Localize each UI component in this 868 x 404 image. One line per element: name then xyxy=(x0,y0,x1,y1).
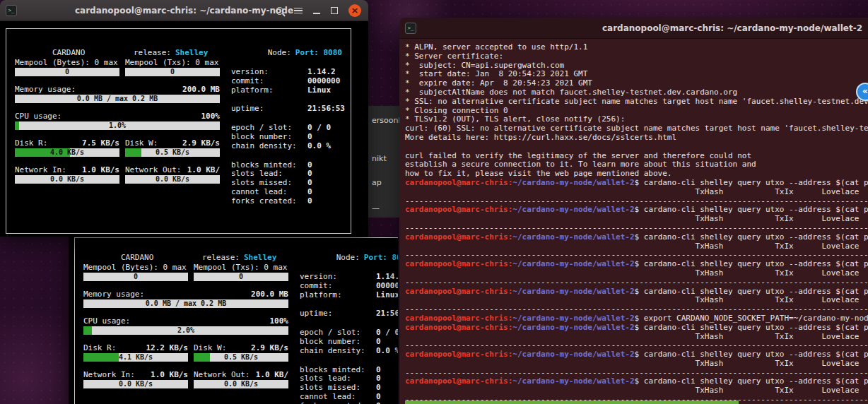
network-out-max: 1.0 KB/ xyxy=(187,166,220,175)
node-label: Node: xyxy=(268,48,291,57)
memory-max: 200.0 MB xyxy=(251,290,288,299)
mempool-txs-meter: Mempool (Txs): 0 max 0 xyxy=(194,263,288,281)
network-in-label: Network In: xyxy=(15,166,66,175)
dashboard-header-right: Node:Port: 8080 xyxy=(299,244,398,255)
cpu-meter: CPU usage: 100% 2.0% xyxy=(83,317,288,335)
bar-value: 4.0 KB/s xyxy=(15,148,119,157)
disk-read-label: Disk R: xyxy=(15,139,47,148)
bar-value: 0 xyxy=(83,273,188,281)
stat-row: chain density:0.0 % xyxy=(231,142,345,151)
titlebar[interactable]: >_ cardanopool@marc-chris: ~/cardano-my-… xyxy=(0,0,368,21)
terminal-window-node-1[interactable]: >_ cardanopool@marc-chris: ~/cardano-my-… xyxy=(0,0,368,237)
disk-read-max: 7.5 KB/s xyxy=(82,139,119,148)
stat-row: commit:0000000 xyxy=(231,77,345,86)
stat-row: commit:0000000 xyxy=(300,282,398,291)
bar-value: 0.0 KB/s xyxy=(15,175,119,184)
cpu-bar: 2.0% xyxy=(83,326,288,335)
disk-read-bar: 4.0 KB/s xyxy=(15,148,119,157)
fragment-text: nikt xyxy=(372,154,387,163)
dashboard-header: CARDANOrelease:Shelley Node:Port: 8080 xyxy=(83,244,398,255)
menu-icon[interactable] xyxy=(294,8,303,14)
node-stats-column: version:1.14.2commit:0000000platform:Lin… xyxy=(231,68,345,216)
terminal-window-node-2[interactable]: CARDANOrelease:Shelley Node:Port: 8080 M… xyxy=(69,237,398,404)
memory-label: Memory usage: xyxy=(15,85,76,95)
mempool-bytes-label: Mempool (Bytes): 0 max xyxy=(15,59,118,68)
dashboard-header-left: CARDANOrelease:Shelley xyxy=(15,39,208,50)
disk-write-label: Disk W: xyxy=(125,139,158,148)
cpu-meter: CPU usage: 100% 1.0% xyxy=(15,112,220,130)
window-title: cardanopool@marc-chris: ~/cardano-my-nod… xyxy=(602,18,862,39)
background-window-fragment[interactable]: ersoonlij nikt ap — xyxy=(368,106,399,218)
terminal-line: More details here: https://curl.haxx.se/… xyxy=(405,133,868,143)
chevrons-icon: « xyxy=(862,86,868,96)
terminal-app-icon: >_ xyxy=(6,5,17,16)
disk-read-meter: Disk R: 7.5 KB/s 4.0 KB/s xyxy=(15,139,119,157)
disk-read-max: 12.2 KB/s xyxy=(146,344,188,353)
stat-row: block number:0 xyxy=(231,133,345,142)
network-out-meter: Network Out: 1.0 KB/ 0.0 KB/s xyxy=(194,371,288,388)
stat-row: version:1.14.2 xyxy=(231,68,345,77)
app-name: CARDANO xyxy=(121,253,202,262)
disk-read-meter: Disk R: 12.2 KB/s 4.1 KB/s xyxy=(83,344,188,362)
network-out-max: 1.0 KB/ xyxy=(256,371,288,380)
stat-row: platform:Linux xyxy=(231,86,345,95)
network-in-meter: Network In: 1.0 KB/s 0.0 KB/s xyxy=(83,371,188,388)
window-title: cardanopool@marc-chris: ~/cardano-my-nod… xyxy=(75,0,293,21)
bar-value: 0 xyxy=(125,68,220,76)
search-icon[interactable] xyxy=(276,7,283,15)
bar-value: 0.0 KB/s xyxy=(83,380,188,388)
network-out-label: Network Out: xyxy=(125,166,181,175)
disk-write-max: 2.9 KB/s xyxy=(251,344,288,353)
network-in-bar: 0.0 KB/s xyxy=(15,175,119,184)
cardano-liveview-2: CARDANOrelease:Shelley Node:Port: 8080 M… xyxy=(74,237,398,404)
terminal-content[interactable]: * ALPN, server accepted to use http/1.1*… xyxy=(399,39,868,404)
titlebar[interactable]: >_ cardanopool@marc-chris: ~/cardano-my-… xyxy=(399,18,868,39)
stat-row: chain density:0.0 % xyxy=(300,347,398,356)
network-in-max: 1.0 KB/s xyxy=(82,166,119,175)
disk-read-label: Disk R: xyxy=(83,344,116,353)
cpu-label: CPU usage: xyxy=(83,317,130,326)
bar-value: 1.0% xyxy=(15,121,220,130)
release-label: release: xyxy=(134,48,171,57)
bar-value: 0.5 KB/s xyxy=(125,148,220,157)
mempool-txs-meter: Mempool (Txs): 0 max 0 xyxy=(125,59,220,76)
app-name: CARDANO xyxy=(52,48,134,57)
cpu-max: 100% xyxy=(270,317,289,326)
memory-bar: 0.0 MB / max 0.2 MB xyxy=(15,95,220,103)
fragment-text: ap xyxy=(372,178,382,187)
terminal-app-icon: >_ xyxy=(405,23,416,34)
stat-row: platform:Linux xyxy=(300,291,398,300)
cpu-max: 100% xyxy=(201,112,221,121)
terminal-content[interactable]: CARDANOrelease:Shelley Node:Port: 8080 M… xyxy=(0,21,368,237)
disk-read-bar: 4.1 KB/s xyxy=(83,353,188,362)
dashboard-header: CARDANOrelease:Shelley Node:Port: 8080 xyxy=(15,39,342,50)
cardano-liveview-1: CARDANOrelease:Shelley Node:Port: 8080 M… xyxy=(6,28,368,234)
maximize-icon[interactable] xyxy=(331,7,338,14)
bar-value: 4.1 KB/s xyxy=(83,353,188,362)
minimize-icon[interactable] xyxy=(313,13,320,14)
release-label: release: xyxy=(202,253,240,262)
stat-row: uptime:21:56:53 xyxy=(231,105,345,114)
memory-max: 200.0 MB xyxy=(182,85,220,95)
bar-value: 0.0 MB / max 0.2 MB xyxy=(83,299,288,308)
fragment-text: — xyxy=(372,203,380,213)
bar-value: 0.0 KB/s xyxy=(125,175,220,184)
terminal-window-wallet[interactable]: >_ cardanopool@marc-chris: ~/cardano-my-… xyxy=(399,18,868,404)
mempool-txs-bar: 0 xyxy=(125,68,220,76)
cardano-liveview-dashboard: CARDANOrelease:Shelley Node:Port: 8080 M… xyxy=(74,237,398,404)
mempool-txs-bar: 0 xyxy=(194,273,288,281)
node-stats-column: version:1.14.2commit:0000000platform:Lin… xyxy=(300,273,398,404)
network-out-label: Network Out: xyxy=(194,371,250,380)
disk-write-max: 2.9 KB/s xyxy=(182,139,220,148)
close-icon[interactable]: × xyxy=(348,4,361,17)
release-value: Shelley xyxy=(244,253,276,262)
meters-column: Mempool (Bytes): 0 max 0 Mempool (Txs): … xyxy=(15,59,220,216)
mempool-bytes-meter: Mempool (Bytes): 0 max 0 xyxy=(83,263,188,281)
network-out-meter: Network Out: 1.0 KB/ 0.0 KB/s xyxy=(125,166,220,184)
meters-column: Mempool (Bytes): 0 max 0 Mempool (Txs): … xyxy=(83,263,288,404)
cpu-bar: 1.0% xyxy=(15,121,220,130)
dashboard-body: Mempool (Bytes): 0 max 0 Mempool (Txs): … xyxy=(15,59,342,216)
dashboard-header-right: Node:Port: 8080 xyxy=(230,39,342,50)
bar-value: 0.0 KB/s xyxy=(194,380,288,388)
bar-value: 0 xyxy=(194,273,288,281)
